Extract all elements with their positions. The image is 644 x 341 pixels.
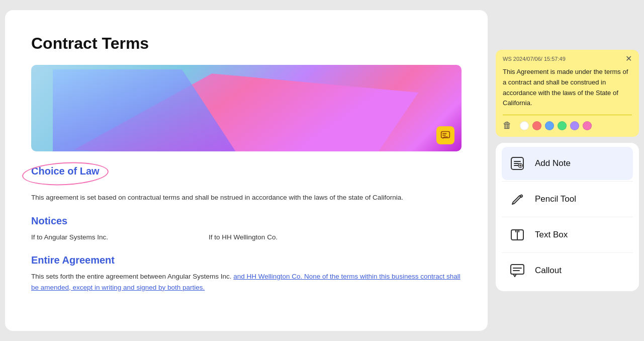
color-pink[interactable]	[583, 121, 592, 130]
tool-add-note[interactable]: Add Note	[502, 147, 633, 180]
divider-2	[502, 217, 633, 217]
document-title: Contract Terms	[31, 34, 462, 53]
divider-3	[502, 252, 633, 253]
tool-textbox[interactable]: Text Box	[502, 218, 633, 251]
comment-icon	[440, 130, 450, 140]
sticky-note-panel: WS 2024/07/06/ 15:57:49 ✕ This Agreement…	[496, 50, 639, 137]
sticky-note-close-button[interactable]: ✕	[625, 55, 632, 63]
sticky-note-header: WS 2024/07/06/ 15:57:49 ✕	[496, 50, 639, 67]
notices-col1: If to Angular Systems Inc.	[31, 232, 108, 243]
color-purple[interactable]	[570, 121, 579, 130]
pencil-icon	[508, 190, 527, 209]
notices-heading: Notices	[31, 215, 462, 227]
sticky-note-footer: 🗑	[496, 120, 639, 137]
choice-of-law-heading: Choice of Law	[31, 165, 100, 177]
divider-1	[502, 181, 633, 182]
color-red[interactable]	[532, 121, 541, 130]
add-note-icon	[508, 154, 527, 173]
color-blue[interactable]	[545, 121, 554, 130]
color-green[interactable]	[558, 121, 567, 130]
right-panels: WS 2024/07/06/ 15:57:49 ✕ This Agreement…	[496, 50, 639, 291]
sticky-meta: WS 2024/07/06/ 15:57:49	[503, 56, 566, 62]
entire-agreement-text: This sets forth the entire agreement bet…	[31, 271, 462, 293]
tools-panel: Add Note Pencil Tool	[496, 143, 639, 291]
pencil-label: Pencil Tool	[535, 194, 576, 204]
callout-icon	[508, 261, 527, 280]
notices-col2: If to HH Wellington Co.	[209, 232, 278, 243]
tool-pencil[interactable]: Pencil Tool	[502, 183, 633, 216]
add-note-label: Add Note	[535, 158, 571, 168]
tool-callout[interactable]: Callout	[502, 254, 633, 287]
textbox-icon	[508, 225, 527, 244]
comment-bubble-button[interactable]	[436, 126, 454, 144]
entire-agreement-plain: This sets forth the entire agreement bet…	[31, 273, 233, 280]
color-white[interactable]	[520, 121, 529, 130]
choice-of-law-text: This agreement is set based on contractu…	[31, 192, 462, 203]
hero-image	[31, 65, 462, 151]
document-panel: Contract Terms Choice of Law This agreem…	[5, 10, 488, 331]
sticky-note-body[interactable]: This Agreement is made under the terms o…	[496, 67, 639, 115]
entire-agreement-heading: Entire Agreement	[31, 254, 462, 266]
color-palette	[520, 121, 592, 130]
svg-rect-15	[511, 265, 524, 274]
callout-label: Callout	[535, 266, 562, 276]
notices-columns: If to Angular Systems Inc. If to HH Well…	[31, 232, 462, 243]
trash-icon[interactable]: 🗑	[503, 120, 512, 131]
choice-of-law-section: Choice of Law	[31, 165, 100, 182]
sticky-note-divider	[503, 115, 632, 115]
textbox-label: Text Box	[535, 230, 568, 240]
